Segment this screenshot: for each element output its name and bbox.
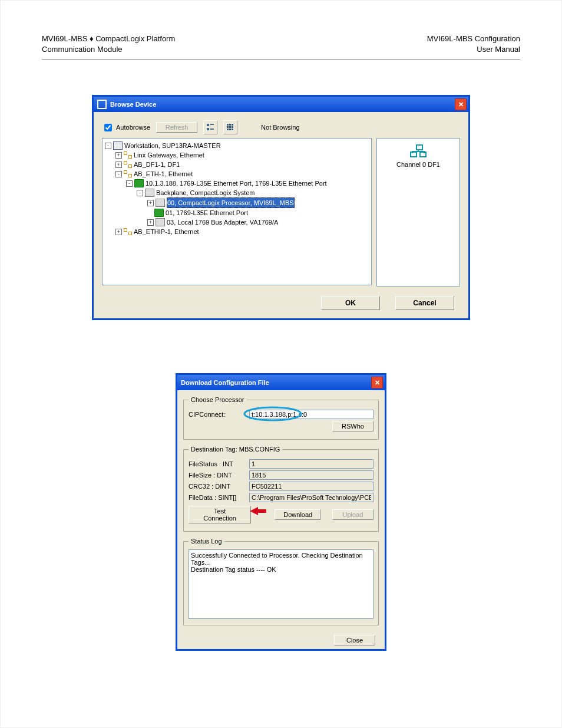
download-config-titlebar[interactable]: Download Configuration File ✕ (177, 375, 385, 390)
choose-processor-group: Choose Processor CIPConnect: RSWho (183, 396, 379, 440)
download-button[interactable]: Download (275, 509, 320, 520)
side-panel: Channel 0 DF1 (376, 138, 460, 286)
browse-device-titlebar[interactable]: Browse Device ✕ (94, 97, 468, 112)
close-icon[interactable]: ✕ (455, 98, 467, 110)
svg-rect-3 (210, 129, 214, 130)
page-header: MVI69L-MBS ♦ CompactLogix Platform Commu… (42, 34, 520, 54)
header-right-1: MVI69L-MBS Configuration (427, 34, 520, 44)
cipconnect-field[interactable] (249, 410, 373, 419)
network-icon (124, 228, 132, 235)
device-tree[interactable]: - Workstation, SUP13RA-MASTER +Linx Gate… (102, 138, 372, 285)
download-config-dialog: Download Configuration File ✕ Choose Pro… (176, 373, 386, 651)
test-connection-button[interactable]: Test Connection (189, 506, 251, 523)
ok-button[interactable]: OK (321, 296, 380, 310)
annotation-arrow-icon (250, 506, 267, 516)
header-rule (42, 59, 520, 60)
tree-root: - Workstation, SUP13RA-MASTER (104, 141, 370, 150)
tree-node: +03, Local 1769 Bus Adapter, VA1769/A (146, 218, 370, 227)
device-icon (154, 209, 164, 217)
autobrowse-input[interactable] (104, 124, 112, 131)
window-icon (97, 100, 107, 109)
tree-node: +AB_DF1-1, DF1 (114, 160, 370, 169)
expand-toggle[interactable]: - (105, 143, 111, 149)
tree-node: +Linx Gateways, Ethernet (114, 150, 370, 160)
device-icon (134, 179, 144, 187)
destination-tag-group: Destination Tag: MBS.CONFIG FileStatus :… (183, 446, 379, 532)
channel-icon (410, 144, 427, 157)
filesize-field (249, 470, 373, 480)
svg-marker-5 (250, 507, 266, 515)
side-panel-caption: Channel 0 DF1 (396, 161, 440, 168)
network-icon (124, 151, 132, 159)
workstation-icon (113, 141, 123, 150)
status-log: Successfully Connected to Processor. Che… (189, 549, 373, 619)
upload-button[interactable]: Upload (332, 509, 373, 520)
autobrowse-checkbox[interactable]: Autobrowse (102, 122, 150, 133)
tree-node: -10.1.3.188, 1769-L35E Ethernet Port, 17… (125, 179, 370, 188)
module-icon (156, 199, 165, 207)
header-left-1: MVI69L-MBS ♦ CompactLogix Platform (42, 34, 175, 44)
tree-node: +AB_ETHIP-1, Ethernet (114, 227, 370, 236)
tree-view-icon[interactable] (203, 120, 217, 134)
browse-status: Not Browsing (261, 124, 299, 131)
close-button[interactable]: Close (334, 635, 375, 645)
tree-node: -AB_ETH-1, Ethernet (114, 169, 370, 179)
crc32-field (249, 482, 373, 491)
header-left-2: Communication Module (42, 44, 175, 55)
refresh-button[interactable]: Refresh (156, 122, 197, 133)
cancel-button[interactable]: Cancel (395, 296, 454, 310)
close-icon[interactable]: ✕ (371, 377, 383, 388)
backplane-icon (145, 189, 154, 197)
svg-rect-1 (210, 124, 214, 125)
tree-node-selected: +00, CompactLogix Processor, MVI69L_MBS (146, 197, 370, 208)
svg-rect-2 (207, 128, 209, 130)
module-icon (156, 218, 165, 226)
grid-view-icon[interactable] (223, 120, 237, 134)
network-icon (124, 170, 132, 177)
status-log-group: Status Log Successfully Connected to Pro… (183, 538, 379, 625)
download-config-title: Download Configuration File (181, 379, 269, 386)
filestatus-field (249, 459, 373, 469)
browse-toolbar: Autobrowse Refresh Not Browsing (102, 120, 460, 134)
network-icon (124, 161, 132, 168)
cipconnect-label: CIPConnect: (189, 411, 244, 418)
tree-node: -Backplane, CompactLogix System (135, 188, 370, 197)
header-right-2: User Manual (427, 44, 520, 55)
filedata-field (249, 493, 373, 502)
browse-device-title: Browse Device (110, 101, 156, 108)
tree-node: 01, 1769-L35E Ethernet Port (146, 208, 370, 218)
browse-device-dialog: Browse Device ✕ Autobrowse Refresh Not B… (92, 95, 470, 320)
svg-rect-0 (207, 124, 209, 126)
rswho-button[interactable]: RSWho (332, 421, 373, 431)
